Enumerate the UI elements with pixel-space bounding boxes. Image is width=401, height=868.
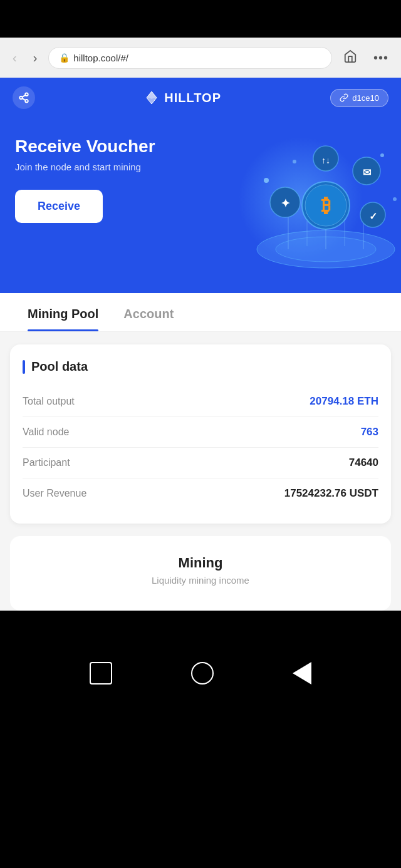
- mining-section: Mining Liquidity mining income: [10, 536, 391, 611]
- wallet-id: d1ce10: [352, 93, 379, 103]
- participant-value: 74640: [349, 457, 378, 469]
- hero-banner: Receive Voucher Join the node and start …: [0, 118, 401, 293]
- pool-data-title: Pool data: [23, 359, 378, 374]
- url-text: hilltop.cool/#/: [73, 53, 128, 63]
- svg-point-2: [25, 100, 28, 103]
- back-nav-button[interactable]: [293, 662, 311, 685]
- participant-row: Participant 74640: [23, 448, 378, 478]
- valid-node-row: Valid node 763: [23, 417, 378, 448]
- svg-point-26: [264, 178, 269, 183]
- forward-button[interactable]: ›: [28, 48, 43, 68]
- top-status-bar: [0, 0, 401, 38]
- hero-subtitle: Join the node and start mining: [15, 162, 386, 172]
- svg-line-3: [22, 98, 25, 100]
- svg-text:✓: ✓: [369, 211, 377, 222]
- browser-toolbar: ‹ › 🔒 hilltop.cool/#/ •••: [0, 38, 401, 78]
- bottom-nav-bar: [0, 623, 401, 736]
- mining-subtitle: Liquidity mining income: [23, 575, 378, 586]
- tab-account[interactable]: Account: [111, 293, 186, 331]
- main-content: Mining Pool Account Pool data Total outp…: [0, 293, 401, 611]
- valid-node-value: 763: [361, 426, 378, 438]
- user-revenue-row: User Revenue 17524232.76 USDT: [23, 478, 378, 509]
- participant-label: Participant: [23, 457, 70, 468]
- ethereum-icon: [144, 90, 159, 105]
- receive-button[interactable]: Receive: [15, 190, 103, 223]
- user-revenue-value: 17524232.76 USDT: [284, 487, 378, 500]
- svg-text:✦: ✦: [281, 197, 290, 210]
- recent-apps-button[interactable]: [90, 662, 112, 685]
- title-accent-bar: [23, 360, 25, 374]
- menu-button[interactable]: •••: [368, 48, 393, 68]
- secure-icon: 🔒: [59, 53, 70, 63]
- share-button[interactable]: [13, 86, 35, 109]
- hero-title: Receive Voucher: [15, 137, 386, 157]
- pool-data-card: Pool data Total output 20794.18 ETH Vali…: [10, 344, 391, 524]
- svg-point-1: [19, 96, 23, 100]
- back-button[interactable]: ‹: [8, 48, 22, 68]
- svg-line-4: [22, 95, 25, 97]
- svg-point-29: [393, 197, 397, 201]
- home-button[interactable]: [338, 47, 362, 69]
- total-output-value: 20794.18 ETH: [310, 395, 378, 408]
- address-bar[interactable]: 🔒 hilltop.cool/#/: [48, 47, 332, 69]
- svg-text:₿: ₿: [321, 195, 331, 215]
- svg-point-0: [25, 93, 28, 96]
- wallet-button[interactable]: d1ce10: [330, 89, 388, 107]
- total-output-label: Total output: [23, 396, 75, 407]
- app-header: HILLTOP d1ce10: [0, 78, 401, 118]
- svg-marker-6: [147, 91, 157, 99]
- app-logo: HILLTOP: [144, 90, 221, 105]
- valid-node-label: Valid node: [23, 426, 69, 438]
- tab-bar: Mining Pool Account: [0, 293, 401, 332]
- tab-mining-pool[interactable]: Mining Pool: [15, 293, 111, 331]
- mining-title: Mining: [23, 555, 378, 571]
- total-output-row: Total output 20794.18 ETH: [23, 386, 378, 417]
- app-name: HILLTOP: [164, 91, 221, 105]
- user-revenue-label: User Revenue: [23, 488, 86, 499]
- home-nav-button[interactable]: [191, 662, 214, 685]
